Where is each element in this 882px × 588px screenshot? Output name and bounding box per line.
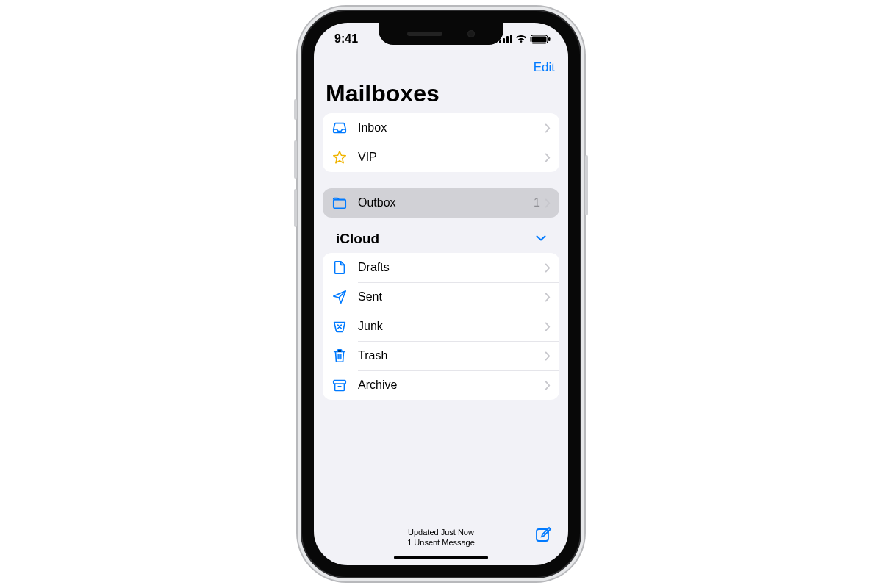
chevron-right-icon bbox=[543, 263, 551, 273]
mailbox-label: Archive bbox=[358, 379, 543, 392]
chevron-right-icon bbox=[543, 198, 551, 208]
junk-icon bbox=[331, 318, 358, 334]
outbox-group: Outbox 1 bbox=[323, 188, 559, 218]
archive-icon bbox=[331, 377, 358, 393]
chevron-down-icon bbox=[536, 231, 546, 247]
compose-button[interactable] bbox=[534, 526, 552, 546]
inbox-icon bbox=[331, 120, 358, 136]
compose-icon bbox=[534, 533, 552, 545]
toolbar-status-line2: 1 Unsent Message bbox=[407, 537, 475, 548]
chevron-right-icon bbox=[543, 293, 551, 302]
chevron-right-icon bbox=[543, 381, 551, 390]
draft-icon bbox=[331, 259, 358, 276]
home-indicator bbox=[394, 556, 488, 559]
mailbox-row-sent[interactable]: Sent bbox=[323, 282, 559, 312]
mailbox-row-vip[interactable]: VIP bbox=[323, 143, 559, 172]
section-title: iCloud bbox=[336, 231, 379, 247]
chevron-right-icon bbox=[543, 322, 551, 331]
nav-bar: Edit bbox=[314, 55, 568, 80]
mailbox-row-archive[interactable]: Archive bbox=[323, 370, 559, 400]
chevron-right-icon bbox=[543, 351, 551, 361]
battery-icon bbox=[530, 35, 551, 44]
toolbar-status-line1: Updated Just Now bbox=[407, 527, 475, 537]
mailbox-label: Drafts bbox=[358, 261, 543, 274]
folder-icon bbox=[331, 195, 358, 211]
primary-mailboxes-group: Inbox VIP bbox=[323, 113, 559, 172]
mailbox-row-outbox[interactable]: Outbox 1 bbox=[323, 188, 559, 218]
star-icon bbox=[331, 149, 358, 165]
mailbox-count: 1 bbox=[534, 196, 543, 209]
mailbox-label: Trash bbox=[358, 349, 543, 362]
icloud-mailboxes-group: Drafts Sent Junk bbox=[323, 253, 559, 400]
trash-icon bbox=[331, 348, 358, 364]
chevron-right-icon bbox=[543, 123, 551, 133]
iphone-device-frame: 9:41 Edit Mailboxes Inbox bbox=[302, 11, 580, 577]
toolbar-status: Updated Just Now 1 Unsent Message bbox=[407, 527, 475, 548]
wifi-icon bbox=[515, 35, 527, 43]
mailbox-label: Outbox bbox=[358, 196, 534, 209]
status-time: 9:41 bbox=[334, 32, 358, 46]
mailbox-label: Junk bbox=[358, 320, 543, 333]
section-header-icloud[interactable]: iCloud bbox=[323, 229, 559, 248]
screen: 9:41 Edit Mailboxes Inbox bbox=[314, 23, 568, 565]
mailbox-row-junk[interactable]: Junk bbox=[323, 312, 559, 341]
mailbox-label: Sent bbox=[358, 290, 543, 304]
edit-button[interactable]: Edit bbox=[534, 60, 555, 75]
chevron-right-icon bbox=[543, 153, 551, 162]
notch bbox=[379, 23, 503, 45]
mailbox-row-inbox[interactable]: Inbox bbox=[323, 113, 559, 143]
page-title: Mailboxes bbox=[314, 80, 568, 113]
mailbox-row-drafts[interactable]: Drafts bbox=[323, 253, 559, 282]
mailbox-row-trash[interactable]: Trash bbox=[323, 341, 559, 370]
mailbox-label: VIP bbox=[358, 151, 543, 164]
sent-icon bbox=[331, 289, 358, 305]
mailbox-label: Inbox bbox=[358, 121, 543, 135]
